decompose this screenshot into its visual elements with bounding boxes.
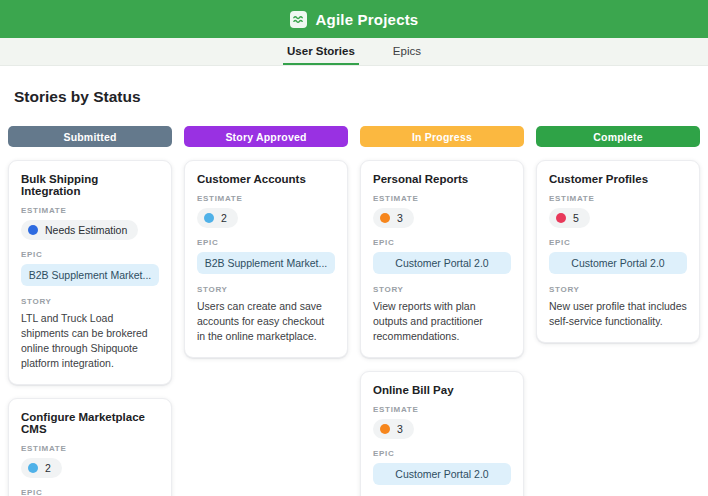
estimate-dot-icon [556,213,566,223]
epic-pill: Customer Portal 2.0 [373,463,511,485]
story-card-title: Personal Reports [373,173,511,185]
estimate-value: 2 [45,462,51,474]
epic-pill: B2B Supplement Market... [197,252,335,274]
epic-label: EPIC [197,238,335,247]
board-column: CompleteCustomer ProfilesESTIMATE5EPICCu… [536,126,700,343]
story-card[interactable]: Customer ProfilesESTIMATE5EPICCustomer P… [536,160,700,343]
column-header-submitted: Submitted [8,126,172,147]
estimate-pill: 2 [21,458,62,478]
estimate-label: ESTIMATE [373,405,511,414]
epic-pill: Customer Portal 2.0 [373,252,511,274]
kanban-board: SubmittedBulk Shipping IntegrationESTIMA… [8,126,700,496]
estimate-label: ESTIMATE [373,194,511,203]
story-description: View reports with plan outputs and pract… [373,299,511,344]
estimate-pill: 5 [549,208,590,228]
estimate-dot-icon [204,213,214,223]
estimate-value: 3 [397,423,403,435]
column-header-complete: Complete [536,126,700,147]
story-card-title: Customer Accounts [197,173,335,185]
epic-label: EPIC [21,250,159,259]
estimate-value: Needs Estimation [45,224,127,236]
board-page: Stories by Status SubmittedBulk Shipping… [0,66,708,496]
board-column: SubmittedBulk Shipping IntegrationESTIMA… [8,126,172,496]
story-card-title: Bulk Shipping Integration [21,173,159,197]
estimate-value: 3 [397,212,403,224]
story-card[interactable]: Personal ReportsESTIMATE3EPICCustomer Po… [360,160,524,358]
board-column: Story ApprovedCustomer AccountsESTIMATE2… [184,126,348,358]
app-logo-icon [290,11,307,28]
tab-bar: User Stories Epics [0,38,708,66]
page-title: Stories by Status [14,88,700,106]
estimate-dot-icon [380,424,390,434]
epic-label: EPIC [373,449,511,458]
estimate-label: ESTIMATE [21,206,159,215]
story-card[interactable]: Bulk Shipping IntegrationESTIMATENeeds E… [8,160,172,385]
epic-pill: Customer Portal 2.0 [549,252,687,274]
estimate-pill: Needs Estimation [21,220,138,240]
estimate-label: ESTIMATE [21,444,159,453]
epic-label: EPIC [21,488,159,496]
estimate-dot-icon [380,213,390,223]
estimate-pill: 3 [373,208,414,228]
story-card[interactable]: Customer AccountsESTIMATE2EPICB2B Supple… [184,160,348,358]
story-card-title: Customer Profiles [549,173,687,185]
story-description: Users can create and save accounts for e… [197,299,335,344]
story-card-title: Configure Marketplace CMS [21,411,159,435]
story-card[interactable]: Online Bill PayESTIMATE3EPICCustomer Por… [360,371,524,496]
story-label: STORY [197,285,335,294]
story-label: STORY [373,285,511,294]
estimate-pill: 3 [373,419,414,439]
estimate-value: 2 [221,212,227,224]
story-description: New user profile that includes self-serv… [549,299,687,329]
story-label: STORY [21,297,159,306]
app-header: Agile Projects [0,0,708,38]
estimate-value: 5 [573,212,579,224]
tab-epics[interactable]: Epics [389,38,425,65]
column-header-in-progress: In Progress [360,126,524,147]
story-description: LTL and Truck Load shipments can be brok… [21,311,159,371]
estimate-pill: 2 [197,208,238,228]
column-header-story-approved: Story Approved [184,126,348,147]
story-card[interactable]: Configure Marketplace CMSESTIMATE2EPICB2… [8,398,172,496]
estimate-label: ESTIMATE [549,194,687,203]
estimate-dot-icon [28,463,38,473]
tab-user-stories[interactable]: User Stories [283,38,359,65]
story-card-title: Online Bill Pay [373,384,511,396]
app-title: Agile Projects [316,11,419,28]
epic-pill: B2B Supplement Market... [21,264,159,286]
story-label: STORY [549,285,687,294]
board-column: In ProgressPersonal ReportsESTIMATE3EPIC… [360,126,524,496]
epic-label: EPIC [373,238,511,247]
estimate-label: ESTIMATE [197,194,335,203]
estimate-dot-icon [28,225,38,235]
epic-label: EPIC [549,238,687,247]
